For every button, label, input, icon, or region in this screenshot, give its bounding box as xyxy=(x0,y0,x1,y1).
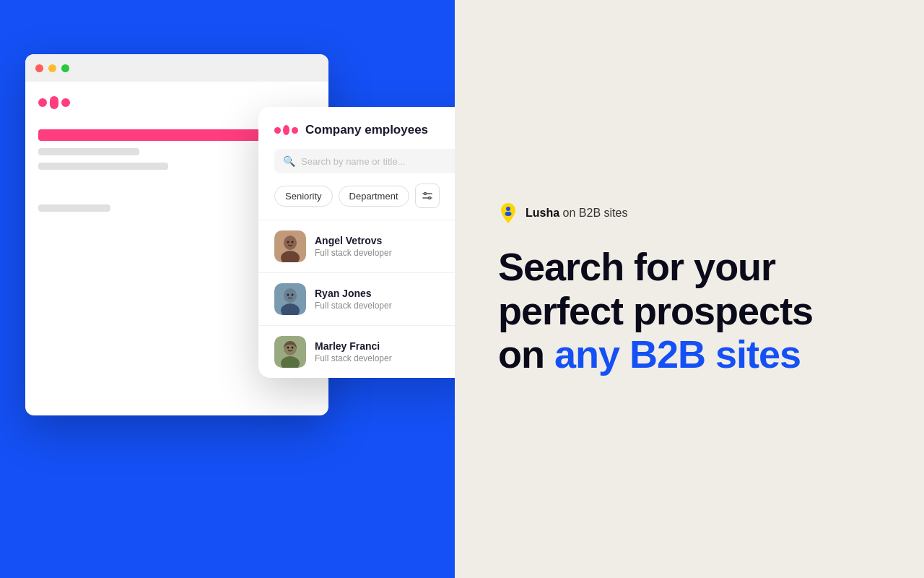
employee-title-2: Full stack developer xyxy=(315,301,454,311)
svg-point-14 xyxy=(287,241,289,243)
avatar-3-image xyxy=(274,336,306,368)
seniority-filter[interactable]: Seniority xyxy=(274,186,333,207)
search-icon: 🔍 xyxy=(283,155,295,167)
svg-point-10 xyxy=(428,197,430,199)
browser-dot-green xyxy=(61,64,69,72)
svg-point-24 xyxy=(287,347,289,349)
w-circle-1 xyxy=(274,127,281,134)
employee-name-2: Ryan Jones xyxy=(315,288,454,299)
svg-point-9 xyxy=(424,193,426,195)
logo-dot-2 xyxy=(50,96,58,109)
browser-dot-red xyxy=(35,64,43,72)
browser-line-2 xyxy=(38,163,168,170)
filter-row: Seniority Department xyxy=(258,184,455,220)
employee-name-1: Angel Vetrovs xyxy=(315,235,454,246)
lusha-badge-text: Lusha on B2B sites xyxy=(526,207,627,220)
employee-title-1: Full stack developer xyxy=(315,248,454,258)
w-circle-3 xyxy=(292,127,298,134)
search-placeholder-text: Search by name or title... xyxy=(301,156,406,167)
svg-point-20 xyxy=(292,294,294,296)
svg-point-17 xyxy=(284,288,297,303)
avatar-1-image xyxy=(274,230,306,262)
lusha-badge: Lusha on B2B sites xyxy=(498,202,881,225)
employee-list: Angel Vetrovs Full stack developer › xyxy=(258,220,455,378)
employee-title-3: Full stack developer xyxy=(315,353,454,363)
browser-line-1 xyxy=(38,148,139,155)
employee-info-1: Angel Vetrovs Full stack developer xyxy=(315,235,454,258)
card-header: Company employees xyxy=(258,107,455,149)
heading-line3-highlight: any B2B sites xyxy=(554,332,801,376)
browser-line-3 xyxy=(38,204,110,212)
logo-dot-1 xyxy=(38,98,47,107)
avatar-3 xyxy=(274,336,306,368)
employee-info-2: Ryan Jones Full stack developer xyxy=(315,288,454,311)
avatar-2 xyxy=(274,283,306,315)
heading-line1: Search for your xyxy=(498,245,775,288)
heading-line2: perfect prospects xyxy=(498,289,813,332)
employee-item-2[interactable]: Ryan Jones Full stack developer › xyxy=(258,272,455,325)
right-panel: Lusha on B2B sites Search for your perfe… xyxy=(455,0,924,578)
lusha-card: Company employees 🔍 Search by name or ti… xyxy=(258,107,455,378)
svg-point-27 xyxy=(505,212,512,216)
employee-name-3: Marley Franci xyxy=(315,340,454,352)
svg-point-12 xyxy=(284,236,297,250)
svg-point-19 xyxy=(287,294,289,296)
filter-settings-btn[interactable] xyxy=(415,184,440,208)
browser-topbar xyxy=(25,54,328,82)
browser-dot-yellow xyxy=(48,64,56,72)
svg-point-25 xyxy=(292,347,294,349)
svg-point-26 xyxy=(506,207,510,211)
avatar-2-image xyxy=(274,283,306,315)
lusha-pin-icon xyxy=(498,202,518,225)
main-heading: Search for your perfect prospects on any… xyxy=(498,245,881,376)
svg-point-15 xyxy=(292,241,294,243)
employee-item-1[interactable]: Angel Vetrovs Full stack developer › xyxy=(258,220,455,272)
avatar-1 xyxy=(274,230,306,262)
heading-line3-prefix: on xyxy=(498,332,554,376)
card-title: Company employees xyxy=(305,123,428,137)
sliders-icon xyxy=(422,191,432,201)
employee-info-3: Marley Franci Full stack developer xyxy=(315,340,454,363)
employee-item-3[interactable]: Marley Franci Full stack developer › xyxy=(258,325,455,378)
logo-dot-3 xyxy=(61,98,70,107)
department-filter[interactable]: Department xyxy=(339,186,409,207)
search-box[interactable]: 🔍 Search by name or title... xyxy=(274,149,455,173)
lusha-brand: Lusha xyxy=(526,207,559,219)
left-panel: Company employees 🔍 Search by name or ti… xyxy=(0,0,455,578)
w-circle-2 xyxy=(283,125,289,135)
w-logo xyxy=(274,125,298,135)
